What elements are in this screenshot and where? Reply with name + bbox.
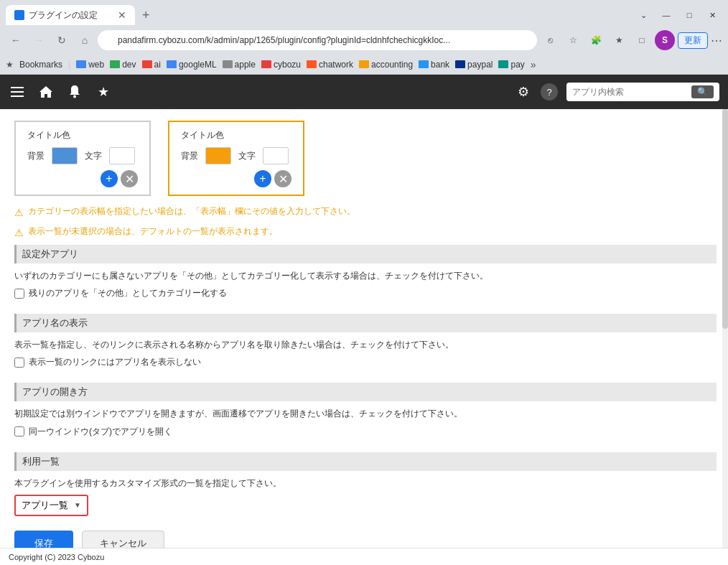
extensions-icon[interactable]: 🧩	[586, 30, 606, 50]
bookmark-paypal[interactable]: paypal	[455, 60, 493, 70]
bookmark-googleml[interactable]: googleML	[167, 60, 217, 70]
app-open-method-desc: 初期設定では別ウインドウでアプリを開きますが、画面遷移でアプリを開きたい場合は、…	[14, 407, 717, 421]
window-minimize-button[interactable]: —	[656, 8, 676, 22]
app-name-display-checkbox[interactable]	[14, 358, 24, 368]
bookmark-ai[interactable]: ai	[142, 60, 161, 70]
warning-message-2: ⚠ 表示一覧が未選択の場合は、デフォルトの一覧が表示されます。	[14, 225, 717, 241]
window-close-button[interactable]: ✕	[702, 8, 722, 22]
new-tab-button[interactable]: +	[138, 8, 154, 23]
home-nav-icon[interactable]	[37, 83, 55, 101]
collections-icon[interactable]: □	[632, 30, 652, 50]
left-bg-label: 背景	[27, 150, 45, 162]
list-dropdown[interactable]: アプリ一覧 ▼	[14, 495, 88, 516]
left-text-label: 文字	[85, 150, 102, 162]
left-text-color-swatch[interactable]	[109, 147, 135, 164]
bookmark-accounting-icon	[359, 60, 369, 68]
left-remove-button[interactable]: ✕	[121, 170, 138, 187]
cancel-button[interactable]: キャンセル	[82, 531, 164, 548]
settings-gear-icon[interactable]: ⚙	[515, 83, 532, 101]
app-search-box: 🔍	[566, 83, 719, 101]
app-open-method-checkbox[interactable]	[14, 426, 24, 436]
home-button[interactable]: ⌂	[75, 30, 95, 50]
active-tab[interactable]: プラグインの設定 ✕	[6, 5, 135, 25]
right-text-color-swatch[interactable]	[263, 147, 289, 164]
left-add-button[interactable]: +	[101, 170, 118, 187]
list-section-desc: 本プラグインを使用するカスタマイズ形式の一覧を指定して下さい。	[14, 477, 717, 490]
left-bg-color-swatch[interactable]	[52, 147, 78, 164]
account-avatar[interactable]: S	[655, 30, 675, 50]
bookmark-bank-icon	[419, 60, 429, 68]
app-name-display-desc: 表示一覧を指定し、そのリンクに表示される名称からアプリ名を取り除きたい場合は、チ…	[14, 338, 717, 352]
list-dropdown-value: アプリ一覧	[22, 499, 68, 512]
bookmark-cybozu[interactable]: cybozu	[261, 60, 301, 70]
warning-icon-2: ⚠	[14, 225, 24, 241]
notification-bell-icon[interactable]	[66, 83, 83, 101]
svg-marker-3	[39, 86, 52, 98]
forward-button[interactable]: →	[29, 30, 49, 50]
main-content: タイトル色 背景 文字 + ✕ タイトル色 背景 文字 +	[0, 109, 728, 548]
app-name-display-section: アプリ名の表示 表示一覧を指定し、そのリンクに表示される名称からアプリ名を取り除…	[14, 314, 717, 368]
warning-icon-1: ⚠	[14, 205, 24, 220]
right-text-label: 文字	[238, 150, 256, 162]
bookmark-dev-icon	[110, 60, 120, 68]
bookmark-web-icon	[76, 60, 86, 68]
update-button[interactable]: 更新	[678, 32, 708, 49]
right-bg-color-swatch[interactable]	[205, 147, 231, 164]
reload-button[interactable]: ↻	[52, 30, 72, 50]
app-name-display-header: アプリ名の表示	[14, 314, 717, 332]
right-remove-button[interactable]: ✕	[274, 170, 291, 187]
browser-menu-button[interactable]: ⋯	[711, 34, 722, 47]
footer: Copyright (C) 2023 Cybozu	[0, 548, 728, 565]
bookmark-pay[interactable]: pay	[498, 60, 524, 70]
bookmark-dev[interactable]: dev	[110, 60, 136, 70]
hamburger-menu-icon[interactable]	[9, 83, 26, 101]
bookmark-pay-icon	[498, 60, 508, 68]
list-section: 利用一覧 本プラグインを使用するカスタマイズ形式の一覧を指定して下さい。 アプリ…	[14, 452, 717, 516]
bookmarks-more-button[interactable]: »	[531, 59, 536, 70]
unconfigured-apps-header: 設定外アプリ	[14, 245, 717, 263]
app-open-method-checkbox-label: 同一ウインドウ(タブ)でアプリを開く	[29, 426, 172, 438]
svg-rect-0	[11, 87, 24, 88]
app-name-display-checkbox-row: 表示一覧のリンクにはアプリ名を表示しない	[14, 356, 717, 368]
save-button[interactable]: 保存	[14, 531, 73, 548]
bookmark-accounting[interactable]: accounting	[359, 60, 413, 70]
bookmarks-star-icon: ★	[6, 60, 14, 70]
svg-point-4	[73, 95, 76, 98]
bookmark-paypal-icon	[455, 60, 465, 68]
share-icon[interactable]: ⎋	[540, 30, 560, 50]
right-add-button[interactable]: +	[254, 170, 271, 187]
warning-message-1: ⚠ カテゴリーの表示幅を指定したい場合は、「表示幅」欄にその値を入力して下さい。	[14, 205, 717, 220]
bookmark-apple[interactable]: apple	[223, 60, 256, 70]
unconfigured-apps-checkbox[interactable]	[14, 289, 24, 299]
bookmark-cybozu-icon	[261, 60, 271, 68]
list-section-header: 利用一覧	[14, 452, 717, 471]
bookmark-googleml-icon	[167, 60, 177, 68]
tab-favicon	[14, 10, 24, 20]
app-open-method-section: アプリの開き方 初期設定では別ウインドウでアプリを開きますが、画面遷移でアプリを…	[14, 383, 717, 437]
bookmark-ai-icon	[142, 60, 152, 68]
left-title-label: タイトル色	[27, 129, 138, 141]
app-search-input[interactable]	[572, 87, 687, 97]
footer-copyright: Copyright (C) 2023 Cybozu	[9, 553, 104, 561]
favorites-nav-icon[interactable]: ★	[95, 83, 112, 101]
dropdown-arrow-icon: ▼	[74, 501, 81, 509]
app-name-display-checkbox-label: 表示一覧のリンクにはアプリ名を表示しない	[29, 356, 201, 368]
app-search-button[interactable]: 🔍	[691, 85, 714, 98]
window-maximize-button[interactable]: □	[679, 8, 699, 22]
favorites-icon[interactable]: ★	[609, 30, 629, 50]
window-chevron-icon[interactable]: ⌄	[633, 8, 653, 22]
unconfigured-apps-checkbox-row: 残りのアプリを「その他」としてカテゴリー化する	[14, 287, 717, 299]
scrollbar-thumb[interactable]	[722, 109, 728, 329]
bookmark-chatwork-icon	[307, 60, 317, 68]
help-circle-icon[interactable]: ?	[541, 83, 558, 101]
bookmark-web[interactable]: web	[76, 60, 104, 70]
bookmark-star-icon[interactable]: ☆	[563, 30, 583, 50]
right-color-panel: タイトル色 背景 文字 + ✕	[168, 121, 304, 196]
back-button[interactable]: ←	[6, 30, 26, 50]
bookmark-chatwork[interactable]: chatwork	[307, 60, 353, 70]
address-input[interactable]	[98, 30, 537, 50]
bookmark-bank[interactable]: bank	[419, 60, 449, 70]
unconfigured-apps-checkbox-label: 残りのアプリを「その他」としてカテゴリー化する	[29, 287, 227, 299]
tab-close-button[interactable]: ✕	[118, 9, 126, 21]
right-title-label: タイトル色	[181, 129, 291, 141]
